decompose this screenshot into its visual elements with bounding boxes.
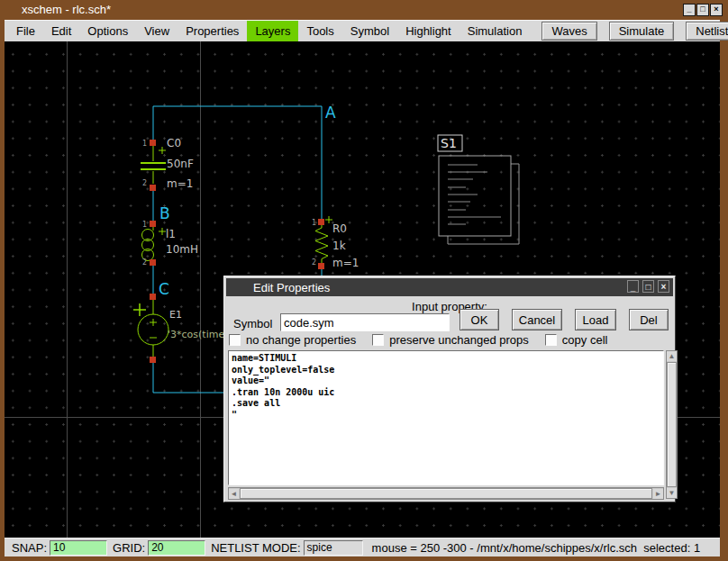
source-name: E1 bbox=[169, 309, 182, 321]
pin[interactable] bbox=[318, 219, 324, 225]
code-symbol-s1[interactable]: S1 bbox=[438, 135, 519, 244]
capacitor-c0[interactable]: C0 50nF m=1 bbox=[141, 137, 194, 190]
scroll-left-icon[interactable]: ◄ bbox=[229, 489, 239, 499]
symbol-input[interactable] bbox=[280, 313, 450, 331]
capacitor-value: 50nF bbox=[167, 158, 194, 170]
resistor-name: R0 bbox=[332, 222, 347, 235]
pin[interactable] bbox=[150, 185, 156, 191]
menu-tools[interactable]: Tools bbox=[298, 21, 341, 41]
close-icon[interactable]: × bbox=[710, 4, 723, 16]
menu-edit[interactable]: Edit bbox=[43, 21, 79, 41]
pin-number: 2 bbox=[312, 258, 316, 267]
pin[interactable] bbox=[150, 259, 156, 266]
node-label-b[interactable]: B bbox=[159, 204, 170, 222]
resistor-mult: m=1 bbox=[332, 257, 359, 269]
ok-button[interactable]: OK bbox=[460, 309, 499, 330]
code-symbol-label: S1 bbox=[441, 136, 457, 150]
pin-number: 1 bbox=[142, 221, 147, 229]
node-label-a[interactable]: A bbox=[325, 104, 336, 122]
xschem-window: xschem - rlc.sch* _ □ × File Edit Option… bbox=[0, 0, 728, 561]
pin[interactable] bbox=[150, 140, 156, 146]
menu-view[interactable]: View bbox=[136, 21, 177, 41]
menu-simulation[interactable]: Simulation bbox=[460, 21, 531, 41]
grid-label: GRID: bbox=[113, 541, 145, 555]
plus-mark bbox=[159, 228, 166, 235]
inductor-name: l1 bbox=[166, 228, 176, 240]
capacitor-name: C0 bbox=[167, 137, 181, 149]
menu-layers[interactable]: Layers bbox=[247, 21, 298, 41]
dialog-close-icon[interactable]: × bbox=[658, 280, 669, 293]
menu-options[interactable]: Options bbox=[79, 21, 136, 41]
window-controls: _ □ × bbox=[683, 4, 723, 16]
dialog-title: Edit Properties bbox=[253, 281, 330, 294]
pin[interactable] bbox=[150, 357, 156, 363]
window-title: xschem - rlc.sch* bbox=[22, 3, 111, 16]
dialog-maximize-icon[interactable]: □ bbox=[642, 280, 654, 293]
plus-mark bbox=[325, 216, 332, 223]
inductor-l1[interactable]: l1 10mH bbox=[142, 227, 198, 261]
mouse-coordinates-info: mouse = 250 -300 - /mnt/x/home/schippes/… bbox=[372, 541, 701, 555]
minimize-icon[interactable]: _ bbox=[683, 4, 696, 16]
pin-number: 1 bbox=[312, 219, 316, 227]
pin-number: 1 bbox=[142, 140, 147, 148]
no-change-properties-checkbox[interactable] bbox=[229, 334, 241, 346]
node-label-c[interactable]: C bbox=[159, 280, 169, 298]
node-labels: A B C bbox=[159, 104, 336, 298]
checkbox-row: no change properties preserve unchanged … bbox=[229, 332, 623, 347]
horizontal-scrollbar[interactable]: ◄ ► bbox=[228, 487, 664, 500]
menu-file[interactable]: File bbox=[8, 21, 43, 41]
plus-mark bbox=[133, 303, 146, 316]
status-bar: SNAP: 10 GRID: 20 NETLIST MODE: spice mo… bbox=[5, 538, 720, 556]
cancel-button[interactable]: Cancel bbox=[512, 309, 562, 330]
simulate-button[interactable]: Simulate bbox=[609, 22, 675, 41]
preserve-unchanged-props-label: preserve unchanged props bbox=[389, 333, 529, 347]
dialog-titlebar[interactable]: Edit Properties _ □ × bbox=[226, 278, 673, 296]
copy-cell-label: copy cell bbox=[562, 333, 608, 347]
netlist-button[interactable]: Netlist bbox=[686, 22, 728, 41]
capacitor-mult: m=1 bbox=[167, 177, 193, 190]
menu-symbol[interactable]: Symbol bbox=[342, 21, 397, 41]
symbol-label: Symbol bbox=[233, 317, 272, 330]
snap-label: SNAP: bbox=[12, 541, 47, 555]
dialog-minimize-icon[interactable]: _ bbox=[627, 280, 639, 293]
horizontal-scroll-thumb[interactable] bbox=[240, 488, 652, 499]
pin[interactable] bbox=[150, 221, 156, 227]
preserve-unchanged-props-checkbox[interactable] bbox=[372, 334, 384, 346]
netlist-mode-label: NETLIST MODE: bbox=[211, 541, 300, 555]
plus-terminal-mark bbox=[150, 319, 157, 326]
maximize-icon[interactable]: □ bbox=[696, 4, 709, 16]
code-text-lines bbox=[448, 165, 501, 224]
snap-input[interactable]: 10 bbox=[50, 540, 107, 556]
grid-input[interactable]: 20 bbox=[148, 540, 205, 556]
netlist-mode-input[interactable]: spice bbox=[304, 540, 363, 556]
scroll-up-icon[interactable]: ▲ bbox=[667, 351, 677, 361]
scroll-down-icon[interactable]: ▼ bbox=[667, 488, 677, 498]
source-e1[interactable]: E1 '3*cos(time*ti bbox=[133, 300, 236, 358]
inductor-value: 10mH bbox=[166, 243, 198, 256]
plus-mark bbox=[159, 147, 166, 154]
edit-properties-dialog: Edit Properties _ □ × Input property: Sy… bbox=[223, 276, 676, 502]
dialog-window-controls: _ □ × bbox=[627, 280, 669, 293]
vertical-scroll-thumb[interactable] bbox=[667, 362, 677, 487]
pin[interactable] bbox=[150, 294, 156, 300]
scroll-right-icon[interactable]: ► bbox=[653, 489, 663, 499]
menu-highlight[interactable]: Highlight bbox=[397, 21, 460, 41]
property-textarea[interactable]: name=STIMULI only_toplevel=false value="… bbox=[228, 350, 664, 485]
no-change-properties-label: no change properties bbox=[246, 333, 356, 347]
window-titlebar[interactable]: xschem - rlc.sch* _ □ × bbox=[0, 0, 728, 20]
pin-number: 2 bbox=[142, 179, 147, 187]
del-button[interactable]: Del bbox=[629, 309, 669, 330]
resistor-value: 1k bbox=[332, 240, 346, 252]
pin-number: 2 bbox=[142, 258, 147, 267]
load-button[interactable]: Load bbox=[575, 309, 616, 330]
vertical-scrollbar[interactable]: ▲ ▼ bbox=[666, 350, 678, 499]
menu-properties[interactable]: Properties bbox=[177, 21, 247, 41]
copy-cell-checkbox[interactable] bbox=[545, 334, 557, 346]
pin[interactable] bbox=[318, 263, 324, 269]
menu-bar: File Edit Options View Properties Layers… bbox=[5, 20, 720, 41]
waves-button[interactable]: Waves bbox=[541, 22, 596, 41]
code-symbol-back-sheet bbox=[448, 164, 519, 244]
